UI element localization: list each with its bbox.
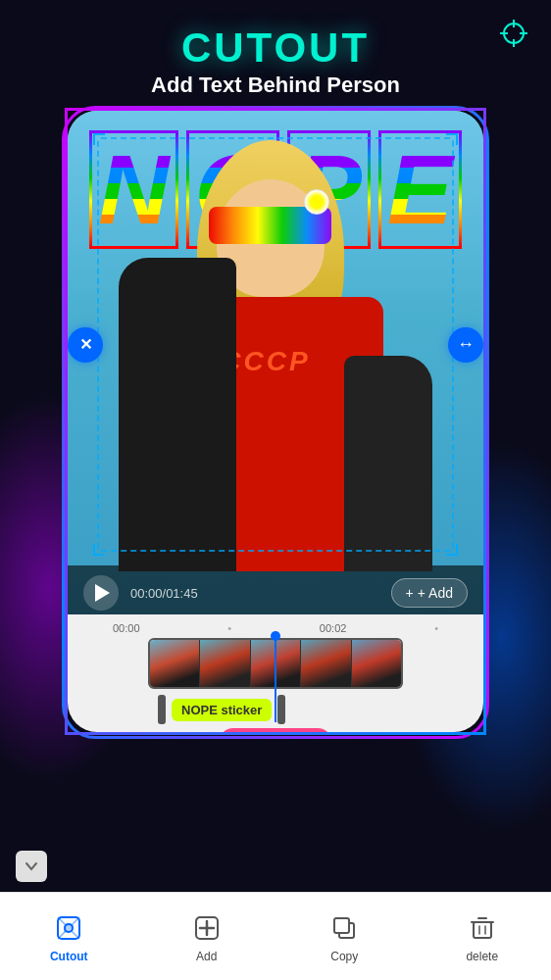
- film-frame-1: [150, 640, 200, 687]
- play-button[interactable]: [83, 575, 119, 611]
- timeline-area: 00:00 • 00:02 •: [68, 614, 483, 732]
- phone-inner: N O P E CCCP: [68, 111, 483, 732]
- selection-overlay: ✕ ↔: [85, 125, 466, 564]
- play-icon: [95, 584, 110, 602]
- video-area: N O P E CCCP: [68, 111, 483, 620]
- time-display: 00:00/01:45: [130, 586, 391, 601]
- timeline-cursor[interactable]: [275, 636, 276, 722]
- cutout-icon: [51, 910, 86, 946]
- add-icon: +: [406, 585, 414, 601]
- time-start: 00:00: [113, 622, 140, 634]
- svg-rect-12: [474, 922, 491, 938]
- toolbar-item-add[interactable]: Add: [138, 910, 276, 963]
- collapse-button[interactable]: [16, 851, 47, 882]
- delete-label: delete: [466, 950, 498, 963]
- add-toolbar-icon: [189, 910, 225, 946]
- toolbar-item-copy[interactable]: Copy: [276, 910, 414, 963]
- sticker-handle-left[interactable]: [158, 695, 166, 724]
- sticker-pill[interactable]: NOPE sticker: [172, 699, 272, 721]
- film-frame-4: [301, 640, 351, 687]
- selection-border: [97, 137, 454, 552]
- bottom-toolbar: Cutout Add Copy: [0, 892, 551, 980]
- time-mid: 00:02: [320, 622, 347, 634]
- crosshair-icon: [498, 18, 529, 49]
- film-frame-5: [352, 640, 401, 687]
- copy-label: Copy: [330, 950, 358, 963]
- close-icon: ✕: [79, 335, 92, 354]
- phone-frame: N O P E CCCP: [65, 108, 486, 735]
- sticker-label: NOPE sticker: [181, 703, 262, 717]
- swipeup-track: T Swipe Up: [83, 728, 468, 732]
- app-subtitle: Add Text Behind Person: [20, 73, 531, 98]
- copy-icon: [326, 910, 362, 946]
- add-label: Add: [196, 950, 217, 963]
- svg-rect-11: [334, 918, 349, 933]
- chevron-down-icon: [25, 859, 38, 873]
- corner-tl: [93, 133, 105, 145]
- add-label: + Add: [418, 585, 453, 601]
- resize-handle[interactable]: ↔: [448, 327, 483, 363]
- cutout-label: Cutout: [50, 950, 88, 963]
- filmstrip-container: NOPE sticker: [148, 638, 403, 724]
- film-frame-2: [200, 640, 250, 687]
- corner-tr: [446, 133, 458, 145]
- video-controls: 00:00/01:45 + + Add: [68, 565, 483, 620]
- toolbar-item-cutout[interactable]: Cutout: [0, 910, 138, 963]
- add-button[interactable]: + + Add: [391, 578, 468, 608]
- app-title: CUTOUT: [20, 27, 531, 69]
- sticker-handle-right[interactable]: [277, 695, 285, 724]
- corner-br: [446, 544, 458, 556]
- resize-icon: ↔: [457, 334, 475, 355]
- toolbar-item-delete[interactable]: delete: [414, 910, 552, 963]
- header: CUTOUT Add Text Behind Person: [0, 0, 551, 114]
- swipeup-pill[interactable]: T Swipe Up: [219, 728, 333, 732]
- corner-bl: [93, 544, 105, 556]
- delete-icon: [465, 910, 500, 946]
- close-button[interactable]: ✕: [68, 327, 103, 363]
